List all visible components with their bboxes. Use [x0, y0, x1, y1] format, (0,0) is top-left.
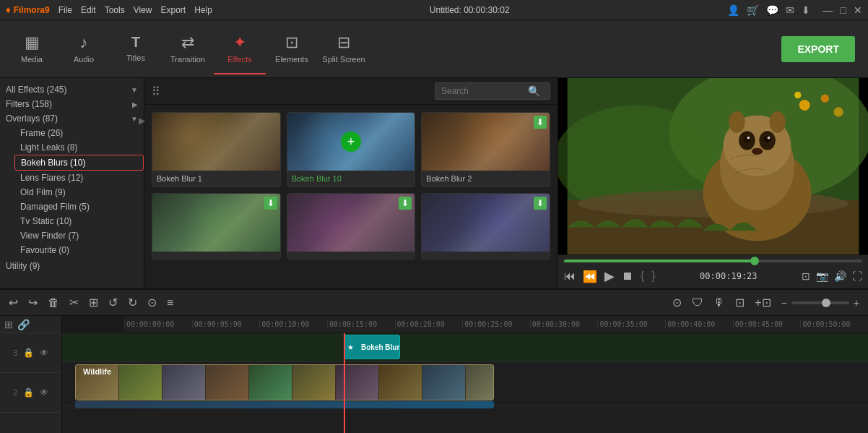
effect-clip-bokeh10[interactable]: ★ Bokeh Blur 10: [344, 335, 400, 359]
track-3-vis-icon[interactable]: 👁: [40, 348, 48, 358]
menu-view[interactable]: View: [134, 5, 152, 15]
nav-audio[interactable]: ♪ Audio: [58, 24, 110, 74]
sidebar-all-effects[interactable]: All Effects (245) ▼: [0, 82, 144, 97]
playhead[interactable]: [344, 333, 345, 433]
bracket-right-icon: }: [651, 270, 655, 283]
cart-icon[interactable]: 🛒: [747, 4, 759, 16]
nav-titles[interactable]: T Titles: [110, 24, 162, 74]
screen-fit-icon[interactable]: ⊡: [802, 270, 810, 282]
effect-card-bokeh-blur-10[interactable]: + Bokeh Blur 10: [287, 112, 416, 187]
sidebar-favourite[interactable]: Favourite (0): [14, 243, 144, 257]
add-track-button[interactable]: ⊞: [4, 319, 13, 330]
menu-help[interactable]: Help: [194, 5, 212, 15]
ruler-5: 00:00:25:00: [462, 320, 530, 328]
maximize-button[interactable]: □: [841, 4, 846, 16]
mail-icon[interactable]: ✉: [786, 4, 794, 16]
split-button[interactable]: ≡: [167, 296, 173, 309]
controls-row: ⏮ ⏪ ▶ ⏹ { } 00:00:19:23 ⊡ 📷 🔊 ⛶: [564, 268, 862, 284]
ruler-1: 00:00:05:00: [192, 320, 260, 328]
sidebar-bokeh-blurs[interactable]: Bokeh Blurs (10): [14, 155, 144, 171]
nav-effects[interactable]: ✦ Effects: [214, 24, 266, 74]
fullscreen-icon[interactable]: ⛶: [852, 270, 862, 282]
effect-card-bokeh-blur-1[interactable]: Bokeh Blur 1: [152, 112, 281, 187]
download-badge-4: ⬇: [264, 197, 277, 210]
shield-icon[interactable]: 🛡: [692, 296, 703, 309]
link-icon[interactable]: 🔗: [17, 319, 30, 330]
ruler-8: 00:00:40:00: [665, 320, 733, 328]
search-box: 🔍: [435, 82, 550, 100]
account-icon[interactable]: 👤: [727, 4, 739, 16]
effect-card-6[interactable]: ⬇: [421, 193, 550, 260]
scene-detect-icon[interactable]: ⊙: [672, 296, 682, 309]
redo-button[interactable]: ↪: [28, 296, 38, 309]
nav-effects-label: Effects: [227, 55, 251, 64]
ruler-10: 00:00:50:00: [800, 320, 868, 328]
crop-button[interactable]: ⊞: [89, 296, 98, 309]
sidebar-overlays[interactable]: Overlays (87) ▼: [0, 111, 144, 126]
rotate-left-button[interactable]: ↺: [108, 296, 118, 309]
play-button[interactable]: ▶: [604, 268, 615, 284]
step-back-button[interactable]: ⏪: [583, 270, 597, 283]
sidebar-lens-flares[interactable]: Lens Flares (12): [14, 171, 144, 185]
sidebar-view-finder[interactable]: View Finder (7): [14, 228, 144, 243]
track-2-lock-icon[interactable]: 🔒: [23, 387, 34, 398]
zoom-in-button[interactable]: +: [854, 297, 859, 309]
app-name: Filmora9: [14, 5, 50, 15]
nav-transition[interactable]: ⇄ Transition: [162, 24, 214, 74]
video-clip-wildlife[interactable]: Wildlife: [75, 364, 494, 400]
snapshot-icon[interactable]: 📷: [816, 270, 828, 282]
filters-expand-icon: ▶: [132, 100, 138, 108]
sidebar-utility[interactable]: Utility (9): [0, 259, 144, 273]
effect-card-4[interactable]: ⬇: [152, 193, 281, 260]
zoom-slider[interactable]: [791, 301, 849, 304]
effect-label-3: Bokeh Blur 2: [422, 171, 550, 187]
effect-card-bokeh-blur-2[interactable]: ⬇ Bokeh Blur 2: [421, 112, 550, 187]
ruler-4: 00:00:20:00: [395, 320, 463, 328]
color-button[interactable]: ⊙: [147, 296, 157, 309]
chat-icon[interactable]: 💬: [766, 4, 778, 16]
nav-titles-label: Titles: [126, 53, 145, 62]
svg-point-5: [794, 92, 801, 98]
sidebar-old-film[interactable]: Old Film (9): [14, 185, 144, 200]
svg-point-19: [729, 111, 745, 133]
track-3-lock-icon[interactable]: 🔒: [23, 348, 34, 358]
zoom-out-button[interactable]: −: [781, 297, 787, 309]
nav-audio-label: Audio: [74, 55, 94, 64]
rotate-right-button[interactable]: ↻: [128, 296, 137, 309]
stop-button[interactable]: ⏹: [622, 270, 633, 283]
grid-options-icon[interactable]: ⠿: [152, 85, 160, 98]
sidebar-view-finder-label: View Finder (7): [20, 231, 79, 241]
sidebar-all-effects-label: All Effects (245): [6, 85, 66, 95]
menu-edit[interactable]: Edit: [81, 5, 96, 15]
minimize-button[interactable]: —: [823, 4, 833, 16]
sidebar-filters[interactable]: Filters (158) ▶: [0, 97, 144, 111]
nav-splitscreen[interactable]: ⊟ Split Screen: [318, 24, 370, 74]
sidebar-tv-static[interactable]: Tv Static (10): [14, 214, 144, 228]
add-media-icon[interactable]: +⊡: [755, 296, 771, 309]
effect-card-5[interactable]: ⬇: [287, 193, 416, 260]
pip-icon[interactable]: ⊡: [735, 296, 745, 309]
record-icon[interactable]: 🎙: [713, 296, 725, 309]
sidebar-damaged-film[interactable]: Damaged Film (5): [14, 200, 144, 214]
download-badge-3: ⬇: [534, 116, 547, 129]
progress-bar[interactable]: [564, 260, 862, 262]
export-button[interactable]: EXPORT: [781, 36, 855, 62]
nav-media[interactable]: ▦ Media: [6, 24, 58, 74]
track-2-vis-icon[interactable]: 👁: [40, 387, 48, 398]
rewind-button[interactable]: ⏮: [564, 270, 576, 283]
download-icon[interactable]: ⬇: [802, 4, 810, 16]
delete-button[interactable]: 🗑: [48, 296, 59, 309]
nav-elements[interactable]: ⊡ Elements: [266, 24, 318, 74]
progress-handle[interactable]: [750, 257, 759, 265]
menu-bar: File Edit Tools View Export Help: [58, 5, 212, 15]
sidebar-frame[interactable]: Frame (26): [14, 126, 144, 140]
close-button[interactable]: ✕: [854, 4, 862, 16]
menu-tools[interactable]: Tools: [105, 5, 125, 15]
sidebar-light-leaks[interactable]: Light Leaks (8): [14, 140, 144, 155]
menu-file[interactable]: File: [58, 5, 72, 15]
menu-export[interactable]: Export: [161, 5, 186, 15]
search-input[interactable]: [441, 86, 528, 96]
volume-icon[interactable]: 🔊: [834, 270, 846, 282]
undo-button[interactable]: ↩: [9, 296, 18, 309]
cut-button[interactable]: ✂: [69, 296, 79, 309]
